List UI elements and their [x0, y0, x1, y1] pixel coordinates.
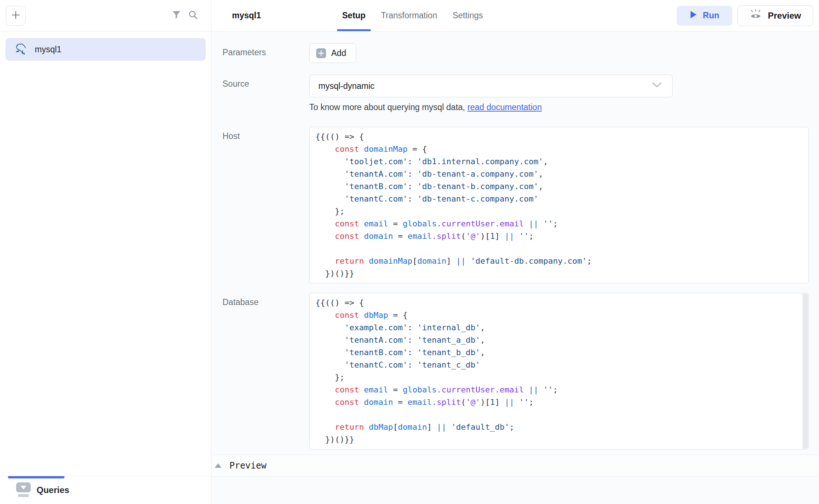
query-list: mysql1: [0, 31, 211, 67]
host-row: Host {{(() => { const domainMap = { 'too…: [222, 127, 809, 283]
code-line: 'tooljet.com': 'db1.internal.company.com…: [315, 155, 802, 168]
source-row: Source mysql-dynamic To know more about …: [222, 75, 809, 112]
code-line: const domain = email.split('@')[1] || ''…: [315, 396, 802, 409]
editor-tabs: Setup Transformation Settings: [336, 0, 489, 31]
code-line: 'tenantB.com': 'db-tenant-b.company.com'…: [315, 180, 802, 193]
code-line: 'tenantA.com': 'db-tenant-a.company.com'…: [315, 168, 802, 180]
tab-settings[interactable]: Settings: [446, 0, 489, 31]
query-title: mysql1: [232, 11, 261, 20]
code-line: 'example.com': 'internal_db',: [315, 321, 802, 334]
setup-form: Parameters Add Source mysql-dynamic: [212, 31, 819, 450]
code-line: [315, 409, 802, 421]
code-line: const domain = email.split('@')[1] || ''…: [315, 230, 802, 242]
code-line: 'tenantB.com': 'tenant_b_db',: [315, 346, 802, 359]
add-query-button[interactable]: [6, 6, 26, 26]
chevron-down-icon: [652, 82, 662, 90]
database-row: Database {{(() => { const dbMap = { 'exa…: [222, 293, 809, 450]
queries-panel-icon: [16, 482, 31, 498]
parameters-label: Parameters: [222, 43, 309, 57]
preview-button-label: Preview: [768, 11, 801, 21]
code-line: return dbMap[domain] || 'default_db';: [315, 421, 802, 433]
add-parameter-label: Add: [331, 48, 346, 58]
code-line: return domainMap[domain] || 'default-db.…: [315, 255, 802, 267]
plus-icon: [316, 48, 326, 58]
code-line: const dbMap = {: [315, 309, 802, 321]
code-line: 'tenantC.com': 'db-tenant-c.company.com': [315, 193, 802, 205]
tab-transformation[interactable]: Transformation: [375, 0, 444, 31]
parameters-row: Parameters Add: [222, 43, 809, 63]
add-parameter-button[interactable]: Add: [309, 43, 356, 63]
query-editor-panel: mysql1 Setup Transformation Settings Run: [212, 0, 819, 504]
read-documentation-link[interactable]: read documentation: [467, 102, 542, 112]
code-line: })()}}: [315, 267, 802, 280]
code-line: {{(() => {: [315, 131, 802, 143]
preview-panel-toggle[interactable]: Preview: [212, 455, 819, 477]
plus-icon: [11, 10, 20, 21]
run-button[interactable]: Run: [677, 6, 733, 26]
source-select[interactable]: mysql-dynamic: [309, 75, 673, 97]
query-list-item-mysql1[interactable]: mysql1: [5, 38, 206, 61]
host-code-editor[interactable]: {{(() => { const domainMap = { 'tooljet.…: [309, 127, 809, 283]
code-line: 'tenantC.com': 'tenant_c_db': [315, 359, 802, 371]
queries-tab-label: Queries: [37, 485, 69, 495]
code-line: 'tenantA.com': 'tenant_a_db',: [315, 334, 802, 346]
preview-panel-label: Preview: [229, 460, 266, 471]
active-tab-indicator: [8, 476, 64, 478]
query-item-label: mysql1: [35, 45, 61, 54]
play-icon: [690, 11, 697, 21]
database-code-editor[interactable]: {{(() => { const dbMap = { 'example.com'…: [309, 293, 809, 450]
filter-button[interactable]: [168, 7, 185, 24]
code-line: const email = globals.currentUser.email …: [315, 218, 802, 230]
collapse-up-icon: [215, 463, 221, 468]
header-actions: Run Preview: [677, 5, 819, 26]
code-line: const email = globals.currentUser.email …: [315, 384, 802, 396]
bottom-filler: [212, 477, 819, 504]
code-line: })()}}: [315, 433, 802, 446]
search-button[interactable]: [185, 7, 202, 24]
app-window: mysql1 Queries mysql1 Setup Transformati…: [0, 0, 819, 504]
editor-header: mysql1 Setup Transformation Settings Run: [212, 0, 819, 31]
search-icon: [188, 10, 199, 22]
source-label: Source: [222, 75, 309, 89]
host-label: Host: [222, 127, 309, 141]
queries-bottom-bar[interactable]: Queries: [0, 476, 211, 504]
source-helper-text: To know more about querying mysql data, …: [309, 102, 809, 112]
run-button-label: Run: [703, 11, 719, 20]
source-select-value: mysql-dynamic: [318, 81, 652, 91]
code-line: };: [315, 371, 802, 384]
code-line: const domainMap = {: [315, 143, 802, 155]
preview-button[interactable]: Preview: [737, 5, 813, 26]
mysql-dolphin-icon: [14, 42, 28, 57]
code-line: [315, 242, 802, 255]
query-sidebar: mysql1 Queries: [0, 0, 212, 504]
tab-setup[interactable]: Setup: [336, 0, 372, 31]
filter-icon: [171, 10, 182, 21]
code-line: {{(() => {: [315, 297, 802, 309]
sidebar-toolbar: [0, 0, 211, 31]
eye-icon: [749, 9, 762, 22]
database-label: Database: [222, 293, 309, 307]
code-line: };: [315, 205, 802, 218]
